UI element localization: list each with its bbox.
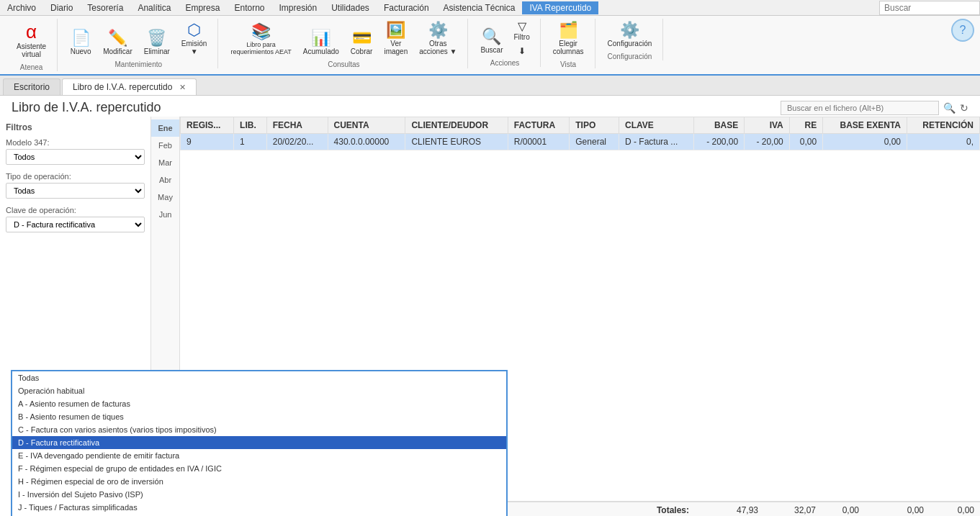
- eliminar-btn[interactable]: 🗑️ Eliminar: [139, 27, 175, 59]
- tab-close-icon[interactable]: ✕: [179, 83, 186, 91]
- menu-item-analitica[interactable]: Analítica: [130, 1, 178, 14]
- refresh-icon[interactable]: ↻: [960, 102, 968, 114]
- cell-cliente: CLIENTE EUROS: [405, 134, 508, 150]
- cobrar-btn[interactable]: 💳 Cobrar: [346, 27, 378, 59]
- col-base-exenta: BASE EXENTA: [823, 117, 907, 134]
- menu-item-archivo[interactable]: Archivo: [0, 1, 43, 14]
- total-re: 0,00: [816, 505, 859, 515]
- ribbon-group-atenea: α Asistentevirtual Atenea: [6, 19, 58, 71]
- tab-escritorio[interactable]: Escritorio: [3, 78, 60, 95]
- configuracion-icon: ⚙️: [620, 22, 639, 38]
- menu-item-impresion[interactable]: Impresión: [271, 1, 324, 14]
- dropdown-item-9[interactable]: I - Inversión del Sujeto Pasivo (ISP): [12, 488, 506, 501]
- total-base-exenta: 0,00: [859, 505, 924, 515]
- col-lib: LIB.: [234, 117, 267, 134]
- configuracion-btn[interactable]: ⚙️ Configuración: [603, 19, 657, 51]
- acumulado-icon: 📊: [311, 30, 331, 46]
- filter-modelo347: Modelo 347: Todos: [6, 138, 145, 165]
- table-header-row: REGIS... LIB. FECHA CUENTA CLIENTE/DEUDO…: [181, 117, 980, 134]
- filtro-down-btn[interactable]: ⬇: [514, 45, 530, 58]
- menu-item-iva[interactable]: IVA Repercutido: [522, 1, 598, 14]
- filter-tipo-operacion: Tipo de operación: Todas: [6, 172, 145, 199]
- menu-item-tesoreria[interactable]: Tesorería: [80, 1, 130, 14]
- buscar-btn[interactable]: 🔍 Buscar: [475, 25, 508, 58]
- vista-label: Vista: [560, 60, 576, 68]
- cell-cuenta: 430.0.0.00000: [328, 134, 405, 150]
- cell-factura: R/00001: [508, 134, 570, 150]
- cell-re: 0,00: [789, 134, 822, 150]
- month-feb[interactable]: Feb: [151, 137, 179, 154]
- tab-libro-iva[interactable]: Libro de I.V.A. repercutido ✕: [62, 78, 197, 95]
- dropdown-item-5[interactable]: D - Factura rectificativa: [12, 436, 506, 449]
- asistente-btn[interactable]: α Asistentevirtual: [12, 19, 51, 62]
- title-search-row: Libro de I.V.A. repercutido 🔍 ↻: [0, 96, 980, 117]
- menu-item-asistencia[interactable]: Asistencia Técnica: [436, 1, 523, 14]
- content-area: Filtros Modelo 347: Todos Tipo de operac…: [0, 117, 980, 516]
- filtro-btn[interactable]: ▽ Filtro: [510, 19, 534, 43]
- dropdown-item-6[interactable]: E - IVA devengado pendiente de emitir fa…: [12, 449, 506, 462]
- col-base: BASE: [693, 117, 744, 134]
- search-input[interactable]: [781, 101, 939, 115]
- col-tipo: TIPO: [570, 117, 619, 134]
- dropdown-item-7[interactable]: F - Régimen especial de grupo de entidad…: [12, 462, 506, 475]
- totales-label: Totales:: [657, 505, 689, 515]
- libro-btn[interactable]: 📚 Libro pararequerimientos AEAT: [225, 20, 296, 59]
- ribbon-group-consultas: 📚 Libro pararequerimientos AEAT 📊 Acumul…: [220, 19, 468, 68]
- configuracion-label: Configuración: [608, 53, 652, 60]
- modelo347-select[interactable]: Todos: [6, 149, 145, 165]
- help-button[interactable]: ?: [951, 19, 974, 42]
- cell-base: - 200,00: [693, 134, 744, 150]
- filtro-down-icon: ⬇: [518, 47, 526, 55]
- dropdown-item-1[interactable]: Operación habitual: [12, 384, 506, 397]
- month-abr[interactable]: Abr: [151, 171, 179, 189]
- menu-item-diario[interactable]: Diario: [43, 1, 80, 14]
- dropdown-item-2[interactable]: A - Asiento resumen de facturas: [12, 397, 506, 410]
- month-jun[interactable]: Jun: [151, 206, 179, 223]
- nuevo-icon: 📄: [71, 30, 91, 46]
- nuevo-btn[interactable]: 📄 Nuevo: [65, 27, 96, 59]
- month-mar[interactable]: Mar: [151, 154, 179, 171]
- col-factura: FACTURA: [508, 117, 570, 134]
- cobrar-icon: 💳: [352, 30, 372, 46]
- dropdown-item-0[interactable]: Todas: [12, 371, 506, 384]
- cell-iva: - 20,00: [745, 134, 790, 150]
- month-may[interactable]: May: [151, 189, 179, 206]
- month-ene[interactable]: Ene: [151, 119, 179, 137]
- menu-bar: Archivo Diario Tesorería Analítica Empre…: [0, 0, 980, 16]
- clave-operacion-select[interactable]: D - Factura rectificativa: [6, 217, 145, 232]
- dropdown-item-8[interactable]: H - Régimen especial de oro de inversión: [12, 475, 506, 488]
- col-cuenta: CUENTA: [328, 117, 405, 134]
- menu-item-utilidades[interactable]: Utilidades: [324, 1, 377, 14]
- eliminar-icon: 🗑️: [147, 30, 166, 46]
- menu-item-facturacion[interactable]: Facturación: [377, 1, 436, 14]
- elegir-columnas-btn[interactable]: 🗂️ Elegircolumnas: [548, 19, 589, 59]
- dropdown-item-10[interactable]: J - Tiques / Facturas simplificadas: [12, 501, 506, 514]
- ver-imagen-btn[interactable]: 🖼️ Verimagen: [379, 19, 413, 59]
- table-row[interactable]: 9 1 20/02/20... 430.0.0.00000 CLIENTE EU…: [181, 134, 980, 150]
- top-search-area: [879, 1, 980, 15]
- consultas-label: Consultas: [328, 60, 359, 68]
- data-table: REGIS... LIB. FECHA CUENTA CLIENTE/DEUDO…: [180, 117, 980, 150]
- modificar-icon: ✏️: [108, 30, 127, 46]
- modificar-btn[interactable]: ✏️ Modificar: [98, 27, 138, 59]
- menu-item-entorno[interactable]: Entorno: [227, 1, 271, 14]
- dropdown-item-3[interactable]: B - Asiento resumen de tiques: [12, 410, 506, 423]
- tipo-operacion-select[interactable]: Todas: [6, 183, 145, 199]
- clave-operacion-dropdown[interactable]: TodasOperación habitualA - Asiento resum…: [11, 370, 508, 516]
- cell-clave: D - Factura ...: [619, 134, 693, 150]
- search-icon[interactable]: 🔍: [943, 102, 956, 114]
- acumulado-btn[interactable]: 📊 Acumulado: [298, 27, 344, 59]
- modelo347-label: Modelo 347:: [6, 138, 145, 147]
- menu-item-empresa[interactable]: Empresa: [178, 1, 227, 14]
- cell-base-exenta: 0,00: [823, 134, 907, 150]
- page-title: Libro de I.V.A. repercutido: [12, 100, 161, 115]
- otras-acciones-btn[interactable]: ⚙️ Otrasacciones ▼: [414, 19, 462, 59]
- ribbon: α Asistentevirtual Atenea 📄 Nuevo ✏️ Mod…: [0, 16, 980, 76]
- dropdown-item-4[interactable]: C - Factura con varios asientos (varios …: [12, 423, 506, 436]
- cell-lib: 1: [234, 134, 267, 150]
- cell-retencion: 0,: [907, 134, 980, 150]
- cell-tipo: General: [570, 134, 619, 150]
- top-search-input[interactable]: [879, 1, 980, 15]
- elegir-columnas-icon: 🗂️: [559, 22, 578, 38]
- emision-btn[interactable]: ⬡ Emisión▼: [176, 19, 212, 59]
